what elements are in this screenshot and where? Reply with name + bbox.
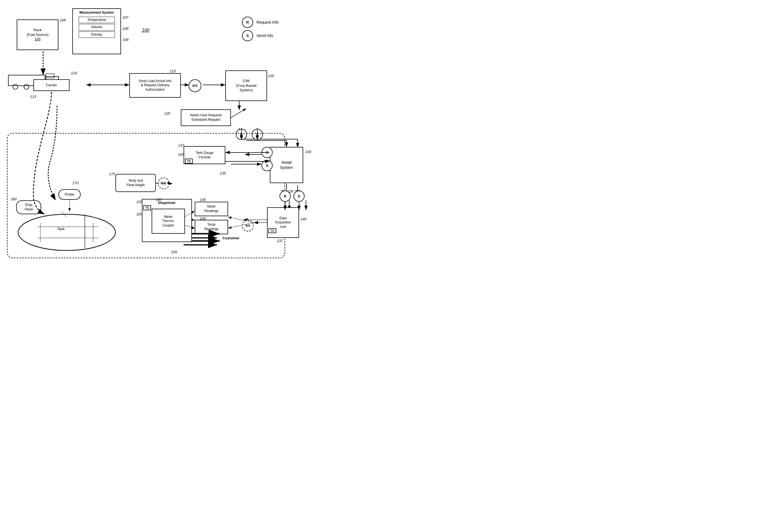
tank-svg xyxy=(15,211,118,253)
tank-label: Tank xyxy=(57,227,64,231)
label-160: 160 xyxy=(136,212,142,216)
legend-s-circle: S xyxy=(242,30,253,41)
send-load-label: Send Load Arrival Info& Request Delivery… xyxy=(139,79,171,92)
tank-container: Tank xyxy=(15,211,118,253)
cim-label: CIM(Corp-BasedSystem) xyxy=(236,79,257,93)
density-sub: Density xyxy=(79,31,115,38)
temp-readings-box: TempReadings xyxy=(195,220,228,234)
label-175: 175 xyxy=(109,172,115,176)
rack-label: Rack (Fuel Source) xyxy=(27,28,49,37)
meter-readings-box: MeterReadings xyxy=(195,202,228,216)
data-acq-box: DataAcquisitionUnit xyxy=(267,207,299,238)
svg-line-39 xyxy=(231,109,246,118)
label-115: 115 xyxy=(170,69,176,73)
retail-label: RetailSystem xyxy=(280,160,293,170)
send-load-box: Send Load Arrival Info& Request Delivery… xyxy=(129,73,181,98)
legend-s-label: Send Info xyxy=(257,33,273,38)
meter-readings-label: MeterReadings xyxy=(204,204,219,213)
legend: R Request Info S Send Info xyxy=(242,17,278,43)
svg-rect-27 xyxy=(46,74,54,78)
label-110: 110 xyxy=(71,71,77,75)
r-circle-retail-lower: R xyxy=(280,191,291,202)
label-107: 107 xyxy=(122,15,128,19)
meas-title: Measurement System xyxy=(80,11,114,15)
label-150b: 150 xyxy=(171,250,177,254)
volume-sub: Volume xyxy=(79,24,115,31)
legend-r-circle: R xyxy=(242,17,253,28)
temp-float-box: Temp andFloat Height xyxy=(116,174,156,192)
tank-gauge-label: Tank GaugeConsole xyxy=(195,151,214,160)
admin-box: Admin User-Request/Scheduled Request xyxy=(181,109,231,126)
rs-circle-115: R/S xyxy=(189,79,201,92)
label-108: 108 xyxy=(122,26,128,31)
svg-point-30 xyxy=(24,84,29,89)
data-acq-label: DataAcquisitionUnit xyxy=(275,216,291,229)
label-137c: 137 xyxy=(277,239,283,243)
label-106: 106 xyxy=(60,18,66,22)
r-circle-tank: R xyxy=(261,147,273,158)
drop-head-label: DropHead xyxy=(25,203,33,211)
rack-number: 105 xyxy=(27,37,49,42)
label-165: 165 xyxy=(178,153,184,157)
ts-badge-tank-gauge: TS xyxy=(185,159,193,163)
cim-box: CIM(Corp-BasedSystem) xyxy=(225,70,267,101)
probe-box: Probe xyxy=(58,189,81,200)
ts-badge-data-acq: TS xyxy=(268,228,276,233)
label-130: 130 xyxy=(305,150,311,154)
label-100: 100 xyxy=(142,28,149,33)
meter-thermo-label: MeterThermo-Coupler xyxy=(162,215,174,228)
meter-thermo-box: MeterThermo-Coupler xyxy=(152,209,185,234)
label-180: 180 xyxy=(11,197,17,201)
label-125: 125 xyxy=(164,111,170,116)
admin-label: Admin User-Request/Scheduled Request xyxy=(190,113,222,122)
label-135: 135 xyxy=(220,171,226,175)
label-113: 113 xyxy=(30,94,36,99)
temp-readings-label: TempReadings xyxy=(204,223,219,231)
temp-sub: Temperature xyxy=(79,17,115,23)
retail-system-box: RetailSystem xyxy=(270,147,303,183)
carrier-label: Carrier xyxy=(46,83,57,88)
s-circle-tank: S xyxy=(261,160,273,171)
label-137b: 137 xyxy=(156,197,162,202)
diagram: Rack (Fuel Source) 105 106 Measurement S… xyxy=(0,0,379,266)
label-155: 155 xyxy=(136,200,142,204)
rack-box: Rack (Fuel Source) 105 xyxy=(17,19,58,50)
customer-label: Customer xyxy=(223,236,239,240)
label-145: 145 xyxy=(200,197,206,202)
rs-circle-data-acq: R/S xyxy=(242,220,254,231)
label-109: 109 xyxy=(122,38,128,42)
ts-badge-dispenser: TS xyxy=(143,205,151,210)
svg-point-29 xyxy=(13,84,18,89)
temp-float-label: Temp andFloat Height xyxy=(126,179,145,187)
label-137a: 137 xyxy=(178,143,184,148)
label-140: 140 xyxy=(300,217,307,221)
label-170: 170 xyxy=(72,181,79,185)
rs-circle-temp: R/S xyxy=(158,178,169,189)
probe-label: Probe xyxy=(65,192,75,197)
legend-r-label: Request Info xyxy=(257,20,278,24)
label-120: 120 xyxy=(268,74,274,78)
label-150a: 150 xyxy=(200,217,206,221)
carrier-box: Carrier xyxy=(33,79,70,91)
svg-point-33 xyxy=(18,214,116,250)
s-circle-retail-lower: S xyxy=(293,191,305,202)
measurement-system-box: Measurement System Temperature Volume De… xyxy=(72,8,121,54)
